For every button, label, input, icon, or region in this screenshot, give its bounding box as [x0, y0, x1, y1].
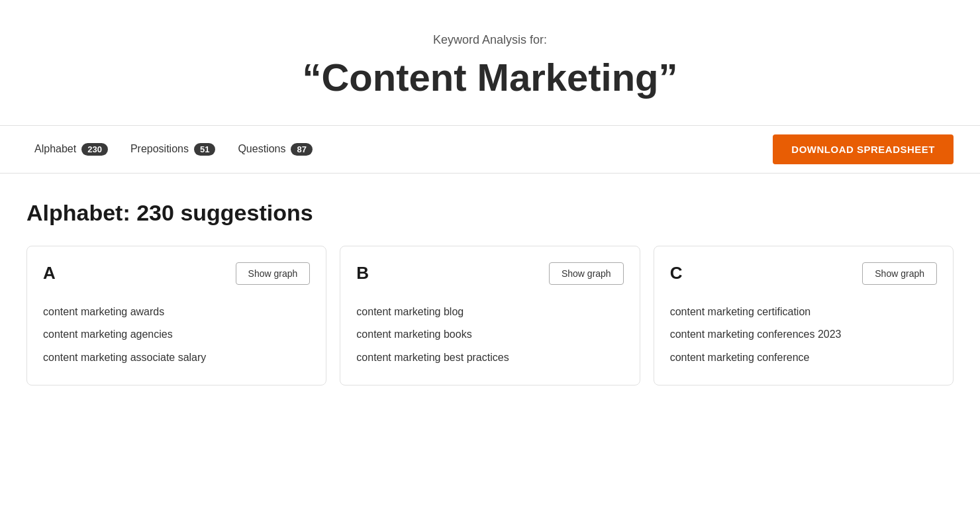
tab-bar: Alphabet 230 Prepositions 51 Questions 8…	[0, 126, 980, 174]
tab-questions-count: 87	[291, 143, 312, 156]
section-title: Alphabet: 230 suggestions	[26, 200, 954, 226]
analysis-label: Keyword Analysis for:	[26, 33, 954, 47]
main-content: Alphabet: 230 suggestions AShow graphcon…	[0, 174, 980, 412]
tabs-left: Alphabet 230 Prepositions 51 Questions 8…	[26, 138, 773, 161]
page-wrapper: Keyword Analysis for: “Content Marketing…	[0, 0, 980, 512]
keyword-item: content marketing books	[356, 323, 623, 346]
tab-questions[interactable]: Questions 87	[230, 138, 320, 161]
card-header-a: AShow graph	[43, 262, 310, 285]
tab-prepositions-label: Prepositions	[130, 143, 189, 155]
keyword-item: content marketing awards	[43, 301, 310, 323]
keyword-item: content marketing best practices	[356, 346, 623, 369]
card-header-b: BShow graph	[356, 262, 623, 285]
header-section: Keyword Analysis for: “Content Marketing…	[0, 0, 980, 126]
tab-questions-label: Questions	[238, 143, 285, 155]
cards-grid: AShow graphcontent marketing awardsconte…	[26, 246, 954, 385]
show-graph-button-a[interactable]: Show graph	[236, 262, 311, 285]
tab-prepositions[interactable]: Prepositions 51	[122, 138, 224, 161]
card-letter-a: A	[43, 263, 56, 283]
keyword-item: content marketing conferences 2023	[670, 323, 937, 346]
keyword-item: content marketing blog	[356, 301, 623, 323]
keyword-card-b: BShow graphcontent marketing blogcontent…	[340, 246, 640, 385]
tab-alphabet-count: 230	[81, 143, 108, 156]
tab-alphabet-label: Alphabet	[34, 143, 76, 155]
keyword-item: content marketing certification	[670, 301, 937, 323]
card-header-c: CShow graph	[670, 262, 937, 285]
card-letter-b: B	[356, 263, 369, 283]
keyword-item: content marketing associate salary	[43, 346, 310, 369]
keyword-item: content marketing agencies	[43, 323, 310, 346]
card-letter-c: C	[670, 263, 683, 283]
keyword-list-c: content marketing certificationcontent m…	[670, 301, 937, 369]
show-graph-button-c[interactable]: Show graph	[862, 262, 937, 285]
keyword-card-a: AShow graphcontent marketing awardsconte…	[26, 246, 326, 385]
keyword-list-a: content marketing awardscontent marketin…	[43, 301, 310, 369]
keyword-card-c: CShow graphcontent marketing certificati…	[654, 246, 954, 385]
keyword-title: “Content Marketing”	[26, 56, 954, 99]
download-spreadsheet-button[interactable]: DOWNLOAD SPREADSHEET	[773, 134, 954, 164]
tab-alphabet[interactable]: Alphabet 230	[26, 138, 116, 161]
keyword-item: content marketing conference	[670, 346, 937, 369]
show-graph-button-b[interactable]: Show graph	[549, 262, 624, 285]
tab-prepositions-count: 51	[194, 143, 215, 156]
keyword-list-b: content marketing blogcontent marketing …	[356, 301, 623, 369]
